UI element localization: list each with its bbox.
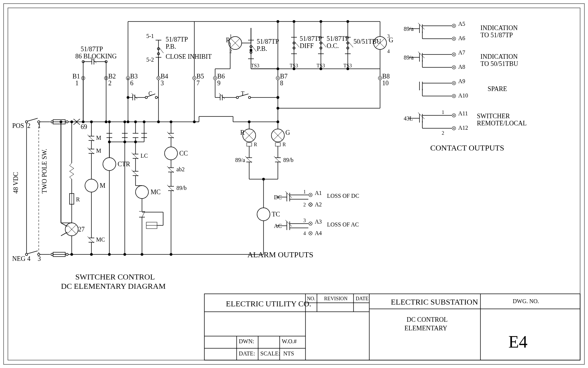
svg-point-162 [347,20,349,23]
svg-text:DIFF: DIFF [300,42,314,49]
svg-text:ab2: ab2 [176,166,185,172]
svg-point-173 [320,68,322,70]
svg-text:50/51TBU: 50/51TBU [354,38,381,45]
blocking-1: 51/87TP [81,46,103,53]
svg-line-14 [28,251,38,254]
svg-text:R: R [283,142,286,147]
svg-point-17 [51,253,53,255]
svg-text:A5: A5 [458,21,465,27]
svg-rect-321 [247,143,252,146]
svg-text:DATE: DATE [356,296,369,301]
svg-text:REMOTE/LOCAL: REMOTE/LOCAL [477,120,527,127]
svg-text:ELECTRIC UTILITY CO.: ELECTRIC UTILITY CO. [226,299,311,308]
svg-text:AC: AC [274,223,282,229]
svg-text:M: M [100,182,105,189]
svg-text:2: 2 [303,202,306,207]
svg-text:B3: B3 [130,73,138,80]
svg-text:LOSS OF AC: LOSS OF AC [327,221,359,228]
svg-text:A3: A3 [315,219,322,225]
pos-2: 2 [27,122,30,129]
alarm-title: ALARM OUTPUTS [247,250,313,259]
svg-text:NTS: NTS [283,350,294,357]
svg-point-243 [90,253,93,255]
svg-line-208 [61,223,67,226]
svg-text:89/b: 89/b [176,185,186,191]
svg-text:27: 27 [78,226,85,233]
svg-point-224 [90,121,93,123]
svg-text:M: M [96,148,101,154]
svg-text:R: R [240,129,245,136]
svg-text:DC ELEMENTARY DIAGRAM: DC ELEMENTARY DIAGRAM [61,282,166,291]
neg-4: 4 [27,255,30,262]
svg-text:B4: B4 [161,73,168,80]
svg-text:MC: MC [151,188,161,196]
svg-point-276 [124,253,126,255]
svg-text:10: 10 [382,80,389,87]
svg-point-199 [277,96,279,99]
svg-point-64 [155,96,157,99]
svg-rect-333 [275,143,280,146]
svg-text:2: 2 [442,130,444,136]
svg-text:DATE:: DATE: [239,350,255,357]
svg-text:SWITCHER: SWITCHER [477,113,510,120]
svg-point-172 [293,68,295,70]
svg-text:O.C.: O.C. [327,42,339,49]
svg-point-283 [124,141,126,143]
svg-text:1: 1 [442,110,444,115]
svg-text:1: 1 [303,189,306,195]
svg-text:REVISION: REVISION [324,296,347,301]
svg-text:MC: MC [96,236,105,243]
svg-text:A6: A6 [458,35,465,41]
svg-text:R: R [76,196,80,202]
svg-text:DC CONTROL: DC CONTROL [407,316,448,323]
svg-point-6 [51,121,53,123]
svg-text:P.B.: P.B. [166,43,176,50]
svg-text:CC: CC [179,150,188,157]
svg-point-246 [108,121,110,123]
schematic-canvas: POS 2 1 69 NEG 4 3 48 VDC TWO POLE SW. 5… [0,0,588,368]
svg-line-147 [295,42,299,47]
svg-point-213 [71,253,73,255]
svg-text:P.B.: P.B. [257,45,267,52]
svg-text:TS3: TS3 [251,63,259,68]
svg-point-300 [165,147,177,160]
svg-text:CTR: CTR [118,161,130,168]
svg-text:ELECTRIC SUBSTATION: ELECTRIC SUBSTATION [391,297,478,306]
svg-point-45 [127,121,129,123]
svg-point-282 [108,141,110,143]
svg-text:A7: A7 [458,49,465,56]
svg-text:5-1: 5-1 [146,33,154,39]
svg-point-33 [105,121,107,123]
sw-69: 69 [81,123,87,130]
pos-1: 1 [38,122,41,129]
svg-text:A4: A4 [315,230,322,236]
svg-text:3: 3 [387,34,390,39]
svg-point-13 [25,253,28,255]
svg-text:SPARE: SPARE [488,85,507,92]
svg-text:C: C [148,90,152,96]
svg-text:ELEMENTARY: ELEMENTARY [404,325,447,332]
svg-text:1: 1 [75,80,79,87]
svg-text:B5: B5 [196,73,204,80]
svg-text:3: 3 [303,218,306,223]
svg-text:T: T [241,90,245,96]
svg-text:5-2: 5-2 [146,57,154,63]
alarm-outputs: DC 12 A1A2 LOSS OF DC AC 34 A3A4 LOSS OF… [274,189,359,236]
svg-point-344 [257,208,270,221]
svg-text:7: 7 [196,80,200,87]
contact-title: CONTACT OUTPUTS [430,143,504,152]
svg-text:89/b: 89/b [283,157,293,163]
svg-point-200 [277,107,279,109]
svg-text:B2: B2 [108,73,116,80]
svg-text:W.O.#: W.O.# [282,338,297,344]
svg-text:R: R [254,142,257,147]
svg-point-284 [134,141,137,143]
title-block: ELECTRIC UTILITY CO. NO. REVISION DATE D… [204,294,580,360]
svg-point-274 [141,253,143,255]
label-neg: NEG [12,255,25,262]
svg-text:TO 51/87TP: TO 51/87TP [480,32,513,39]
svg-text:LOSS OF DC: LOSS OF DC [327,193,359,199]
svg-point-255 [134,121,137,123]
svg-text:SCALE:: SCALE: [260,350,280,357]
svg-text:4: 4 [387,49,390,54]
